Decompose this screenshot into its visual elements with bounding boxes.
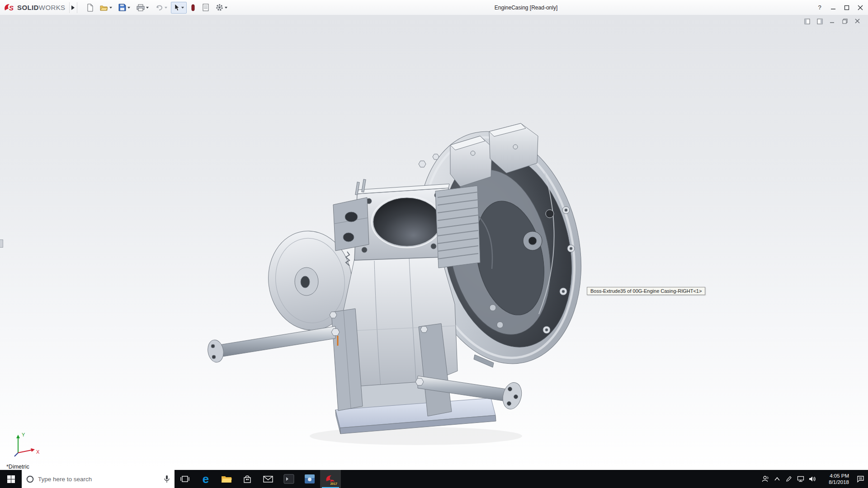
featuremanager-collapse-tab[interactable]	[0, 239, 3, 248]
mount-rod-left[interactable]	[206, 326, 340, 364]
doc-minimize-button[interactable]	[828, 18, 836, 25]
model-geometry[interactable]	[206, 116, 602, 434]
doc-restore-button[interactable]	[841, 18, 849, 25]
select-dropdown-caret[interactable]	[181, 7, 184, 9]
clock-date: 8/1/2018	[829, 479, 849, 485]
minimize-button[interactable]	[826, 1, 840, 14]
graphics-area[interactable]: Boss-Extrude35 of 00G-Engine Casing-RIGH…	[0, 15, 868, 470]
taskbar-file-explorer-button[interactable]	[216, 470, 237, 488]
x-axis-arrow-icon	[31, 448, 35, 452]
edge-icon: e	[203, 473, 209, 485]
volume-button[interactable]	[807, 470, 818, 488]
minimize-icon	[830, 5, 836, 10]
start-button[interactable]	[0, 470, 22, 488]
close-icon	[858, 5, 863, 10]
title-bar: S SOLIDWORKS	[0, 0, 868, 15]
taskbar-solidworks-tools-button[interactable]	[299, 470, 320, 488]
volume-icon	[809, 476, 816, 482]
y-axis-arrow-icon	[16, 435, 20, 438]
flyout-arrow-icon	[71, 5, 75, 10]
undo-button[interactable]	[152, 2, 170, 14]
action-center-icon	[857, 475, 864, 483]
document-window-controls	[803, 18, 862, 25]
close-button[interactable]	[854, 1, 867, 14]
solidworks-window: S SOLIDWORKS	[0, 0, 868, 488]
help-icon: ?	[818, 4, 821, 11]
tray-overflow-button[interactable]	[771, 470, 783, 488]
help-button[interactable]: ?	[813, 1, 826, 14]
maximize-icon	[844, 5, 849, 10]
pane-toggle-left-button[interactable]	[803, 18, 811, 25]
svg-text:S: S	[9, 4, 14, 12]
cortana-icon	[26, 475, 34, 483]
options-button[interactable]	[213, 2, 230, 14]
network-button[interactable]	[795, 470, 807, 488]
pen-icon	[786, 476, 792, 482]
options-dropdown-caret[interactable]	[225, 7, 227, 9]
new-document-button[interactable]	[84, 2, 96, 14]
print-dropdown-caret[interactable]	[146, 7, 149, 9]
solidworks-wordmark: SOLIDWORKS	[17, 4, 66, 11]
file-explorer-icon	[221, 474, 232, 483]
view-orientation-label: *Dimetric	[6, 464, 29, 470]
windows-logo-icon	[7, 475, 15, 483]
pane-left-icon	[804, 19, 810, 24]
windows-taskbar: e	[0, 470, 868, 488]
people-icon	[762, 475, 769, 483]
solidworks-tools-icon	[304, 474, 315, 484]
terminal-icon	[283, 474, 294, 484]
taskbar-solidworks-2017-button[interactable]: 2017	[320, 470, 341, 488]
taskbar-store-button[interactable]	[237, 470, 258, 488]
taskbar-edge-button[interactable]: e	[195, 470, 216, 488]
undo-dropdown-caret	[165, 7, 167, 9]
select-tool-button[interactable]	[171, 2, 187, 14]
doc-minimize-icon	[830, 19, 835, 24]
window-controls: ?	[813, 0, 867, 15]
feature-tooltip: Boss-Extrude35 of 00G-Engine Casing-RIGH…	[587, 287, 705, 295]
ds-logo-icon: S	[4, 3, 15, 12]
cylinder-flange[interactable]	[354, 179, 449, 260]
pane-toggle-right-button[interactable]	[816, 18, 824, 25]
design-library-icon	[202, 4, 209, 11]
chevron-up-icon	[774, 477, 780, 481]
menu-flyout-button[interactable]	[69, 2, 77, 13]
print-icon	[137, 4, 145, 11]
network-icon	[797, 476, 804, 482]
people-button[interactable]	[760, 470, 771, 488]
instant3d-toggle-button[interactable]	[188, 2, 198, 14]
task-view-button[interactable]	[175, 470, 195, 488]
pane-right-icon	[817, 19, 823, 24]
save-dropdown-caret[interactable]	[127, 7, 130, 9]
open-button[interactable]	[97, 2, 115, 14]
task-view-icon	[180, 475, 189, 483]
new-document-icon	[86, 4, 94, 12]
action-center-button[interactable]	[853, 470, 868, 488]
save-floppy-icon	[118, 4, 126, 11]
doc-close-button[interactable]	[854, 18, 862, 25]
clock-time: 4:05 PM	[830, 473, 849, 479]
quick-access-toolbar	[84, 0, 230, 15]
taskbar-search[interactable]	[22, 470, 175, 488]
open-dropdown-caret[interactable]	[109, 7, 112, 9]
mail-envelope-icon	[263, 475, 273, 483]
solidworks-logo: S SOLIDWORKS	[0, 0, 69, 15]
taskbar-terminal-button[interactable]	[278, 470, 299, 488]
instant3d-icon	[190, 4, 196, 12]
engine-casing-model[interactable]	[0, 15, 868, 470]
windows-ink-button[interactable]	[783, 470, 795, 488]
microphone-icon[interactable]	[164, 475, 170, 483]
x-axis-label: X	[36, 449, 40, 455]
save-button[interactable]	[116, 2, 133, 14]
document-title: EngineCasing [Read-only]	[495, 0, 557, 15]
design-library-button[interactable]	[199, 2, 212, 14]
doc-restore-icon	[842, 19, 848, 24]
solidworks-version-badge: 2017	[330, 482, 337, 485]
maximize-button[interactable]	[840, 1, 854, 14]
taskbar-clock[interactable]: 4:05 PM 8/1/2018	[818, 470, 853, 488]
system-tray: 4:05 PM 8/1/2018	[760, 470, 868, 488]
taskbar-mail-button[interactable]	[258, 470, 278, 488]
y-axis-label: Y	[22, 432, 25, 437]
search-input[interactable]	[38, 476, 160, 483]
print-button[interactable]	[134, 2, 151, 14]
open-folder-icon	[100, 4, 108, 11]
